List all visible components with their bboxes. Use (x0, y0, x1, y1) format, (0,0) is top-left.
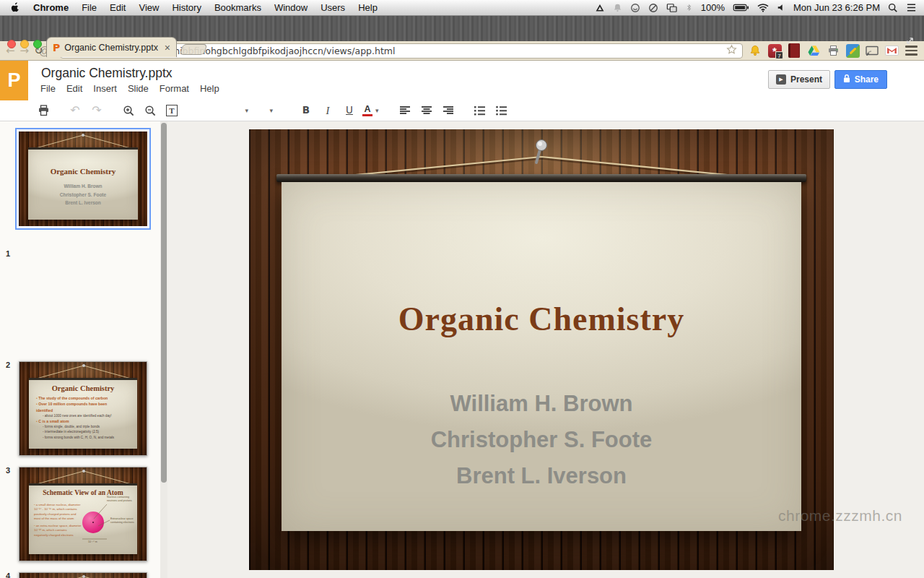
zoom-out-button[interactable] (141, 102, 159, 119)
new-tab-button[interactable] (180, 44, 208, 55)
slide-thumbnail-3[interactable]: Schematic View of an Atom a small dense … (19, 467, 147, 561)
numbered-list-button[interactable] (471, 102, 489, 119)
menubar-item-bookmarks[interactable]: Bookmarks (214, 2, 261, 13)
nucleus-label: Nucleus containing neutrons and protons (107, 496, 137, 503)
displays-status-icon[interactable] (666, 3, 677, 13)
print-button[interactable] (35, 102, 52, 119)
italic-button[interactable]: I (319, 102, 336, 119)
undo-button[interactable]: ↶ (66, 102, 84, 119)
spotlight-icon[interactable] (888, 3, 898, 13)
extension-gmail-icon[interactable] (884, 43, 899, 58)
extension-asterisk-icon[interactable]: * 7 (767, 43, 782, 58)
app-menubar: File Edit Insert Slide Format Help (40, 83, 219, 94)
redo-button[interactable]: ↷ (88, 102, 105, 119)
extension-drive-icon[interactable] (806, 43, 821, 58)
thumb-bullet-list: The study of the compounds of carbon Ove… (36, 395, 124, 440)
present-button[interactable]: ▶ Present (768, 70, 830, 89)
round-status-icon[interactable] (630, 3, 640, 13)
document-title: Organic Chemistry.pptx (41, 66, 173, 81)
extension-screenshot-icon[interactable] (845, 43, 860, 58)
menubar-status-area: 100% Mon Jun 23 6:26 PM (595, 2, 924, 13)
extension-cast-icon[interactable] (865, 43, 879, 58)
font-size-dropdown[interactable]: ▾ (251, 103, 276, 118)
battery-icon[interactable] (733, 3, 749, 12)
thumbnail-slide-image: Organic Chemistry William H. Brown Chris… (19, 131, 147, 226)
thumb-authors: William H. Brown Christopher S. Foote Br… (28, 182, 138, 207)
menubar-item-edit[interactable]: Edit (110, 2, 126, 13)
extension-bell-icon[interactable] (748, 43, 762, 58)
bluetooth-icon[interactable] (685, 2, 693, 13)
macos-menubar: Chrome File Edit View History Bookmarks … (0, 0, 924, 16)
do-not-disturb-icon[interactable] (648, 3, 658, 13)
author-line[interactable]: Brent L. Iverson (282, 458, 801, 494)
screen: Chrome File Edit View History Bookmarks … (0, 0, 924, 578)
menubar-item-users[interactable]: Users (321, 2, 345, 13)
slide-thumbnail-2[interactable]: Organic Chemistry The study of the compo… (19, 361, 147, 456)
window-zoom-button[interactable] (33, 40, 42, 48)
menubar-item-history[interactable]: History (172, 2, 201, 13)
author-line[interactable]: Christopher S. Foote (282, 422, 801, 458)
slide-thumbnail-panel: 1 Organic Chemistry William H. Brown Chr… (0, 121, 167, 578)
notification-center-icon[interactable] (906, 3, 917, 12)
zoom-in-button[interactable] (120, 102, 137, 119)
app-logo: P (0, 61, 28, 100)
slide-authors[interactable]: William H. Brown Christopher S. Foote Br… (282, 386, 801, 494)
bookmark-star-icon[interactable] (726, 44, 737, 58)
align-left-button[interactable] (396, 102, 414, 119)
underline-button[interactable]: U (341, 102, 358, 119)
apple-icon[interactable] (10, 1, 20, 14)
canvas-frame-bar (276, 174, 806, 182)
window-close-button[interactable] (7, 40, 16, 48)
menubar-clock[interactable]: Mon Jun 23 6:26 PM (793, 2, 880, 13)
volume-icon[interactable] (777, 3, 785, 12)
play-icon: ▶ (776, 74, 786, 85)
author-line[interactable]: William H. Brown (282, 386, 801, 422)
text-color-button[interactable]: A ▾ (362, 102, 382, 119)
thumbnail-scrollbar-track[interactable] (160, 121, 167, 578)
menu-help[interactable]: Help (200, 83, 219, 94)
menubar-item-help[interactable]: Help (358, 2, 378, 13)
slide-number: 1 (6, 249, 10, 258)
hanging-string-icon (19, 573, 147, 578)
share-label: Share (855, 74, 879, 85)
menu-edit[interactable]: Edit (66, 83, 82, 94)
menu-insert[interactable]: Insert (93, 83, 117, 94)
menubar-item-file[interactable]: File (82, 2, 97, 13)
wifi-icon[interactable] (757, 3, 769, 12)
thumbnail-scrollbar-thumb[interactable] (161, 123, 167, 483)
align-center-button[interactable] (418, 102, 435, 119)
share-button[interactable]: Share (834, 70, 887, 89)
drive-status-icon[interactable] (595, 3, 605, 13)
slide-thumbnail-4[interactable]: Electron Configuration of Atoms The pair… (19, 572, 147, 578)
thumbnail-canvas: Organic Chemistry The study of the compo… (29, 378, 137, 449)
font-family-dropdown[interactable]: ▾ (185, 103, 251, 118)
extension-book-icon[interactable] (787, 43, 801, 58)
bold-button[interactable]: B (297, 102, 315, 119)
menubar-item-view[interactable]: View (139, 2, 159, 13)
color-swatch (362, 114, 372, 116)
app-header: P Organic Chemistry.pptx File Edit Inser… (0, 61, 924, 100)
window-resize-icon[interactable] (905, 35, 915, 48)
text-box-button[interactable]: T (163, 102, 180, 119)
menu-slide[interactable]: Slide (128, 83, 149, 94)
window-minimize-button[interactable] (20, 40, 29, 48)
bulleted-list-button[interactable] (493, 102, 510, 119)
menubar-app-name[interactable]: Chrome (33, 2, 69, 13)
extension-badge: 7 (775, 51, 783, 59)
menu-format[interactable]: Format (160, 83, 189, 94)
slide-canvas[interactable]: Organic Chemistry William H. Brown Chris… (282, 182, 801, 531)
align-right-button[interactable] (440, 102, 457, 119)
extension-printer-icon[interactable] (826, 43, 840, 58)
extranuclear-label: Extranuclear space containing electrons (110, 517, 138, 525)
slide-title[interactable]: Organic Chemistry (282, 300, 801, 338)
tab-close-icon[interactable]: × (165, 43, 170, 52)
slide-thumbnail-1[interactable]: Organic Chemistry William H. Brown Chris… (15, 128, 151, 230)
notification-bell-icon[interactable] (613, 3, 622, 13)
menubar-item-window[interactable]: Window (274, 2, 308, 13)
thumb-slide-title: Organic Chemistry (29, 384, 137, 392)
menu-file[interactable]: File (40, 83, 56, 94)
chevron-down-icon: ▾ (242, 107, 251, 114)
measure-label: 10⁻¹⁰ m (88, 540, 97, 544)
browser-tab[interactable]: P Organic Chemistry.pptx × (46, 37, 177, 57)
current-slide[interactable]: Organic Chemistry William H. Brown Chris… (249, 129, 834, 570)
